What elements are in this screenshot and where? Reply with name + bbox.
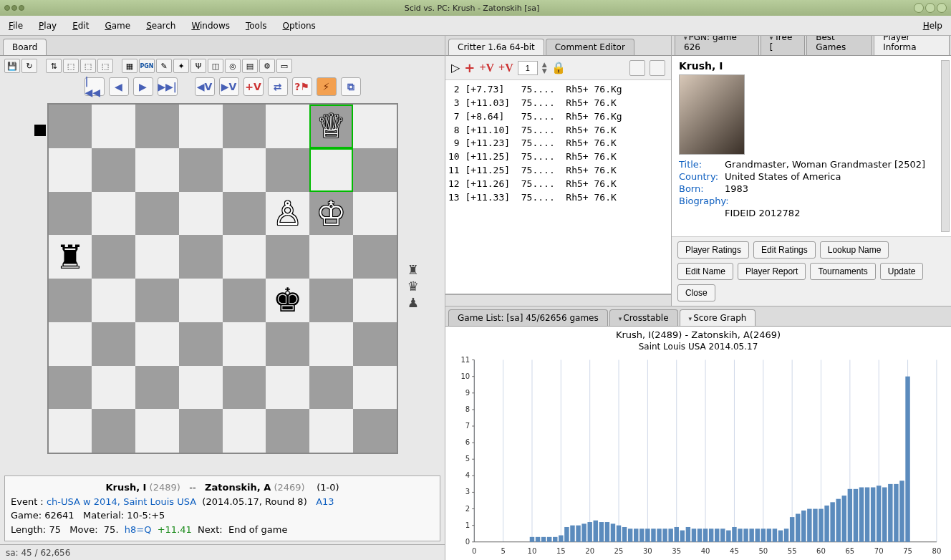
bar-53[interactable]: [778, 530, 783, 541]
square-h3[interactable]: [353, 322, 397, 366]
player-vscroll[interactable]: [941, 60, 950, 232]
square-h5[interactable]: [353, 235, 397, 279]
menu-search[interactable]: Search: [143, 19, 178, 32]
square-e8[interactable]: [223, 105, 266, 148]
eco-link[interactable]: A13: [316, 496, 334, 507]
bar-58[interactable]: [807, 508, 811, 541]
bar-71[interactable]: [882, 487, 887, 541]
bar-30[interactable]: [645, 528, 650, 541]
engine-icon[interactable]: ⚙: [259, 59, 275, 73]
db-icon[interactable]: ▦: [122, 59, 137, 73]
player-ratings-button[interactable]: Player Ratings: [677, 241, 749, 259]
nav-back[interactable]: ◀: [109, 77, 129, 96]
square-g1[interactable]: [309, 409, 353, 453]
square-b7[interactable]: [92, 148, 135, 192]
bar-16[interactable]: [564, 527, 569, 542]
engine-play-icon[interactable]: ▷: [451, 61, 460, 74]
square-d7[interactable]: [179, 148, 223, 192]
tab-best-games[interactable]: Best Games: [806, 36, 872, 55]
nav-var-fwd[interactable]: ▶V: [219, 77, 239, 96]
engine-add-pv-icon[interactable]: +V: [479, 62, 494, 74]
square-c4[interactable]: [135, 279, 179, 322]
square-h7[interactable]: [353, 148, 397, 192]
tab-crosstable[interactable]: Crosstable: [609, 309, 678, 326]
engine-line[interactable]: 12 [+11.26] 75.... Rh5+ 76.K: [448, 178, 668, 191]
menu-windows[interactable]: Windows: [188, 19, 233, 32]
bar-66[interactable]: [854, 488, 858, 541]
bar-54[interactable]: [784, 528, 788, 541]
square-g4[interactable]: [309, 279, 353, 322]
bar-26[interactable]: [622, 527, 627, 542]
fics-icon[interactable]: ▭: [276, 59, 292, 73]
engine-lock-icon[interactable]: 🔒: [551, 61, 566, 74]
notes-icon[interactable]: ✎: [156, 59, 172, 73]
nav-fwd[interactable]: ▶: [133, 77, 153, 96]
bar-29[interactable]: [639, 528, 644, 541]
square-c6[interactable]: [135, 192, 179, 236]
square-g8[interactable]: ♕: [309, 105, 353, 148]
window-menu-icon[interactable]: [4, 5, 24, 11]
engine-output[interactable]: 2 [+7.73] 75.... Rh5+ 76.Kg 3 [+11.03] 7…: [445, 80, 671, 294]
menu-edit[interactable]: Edit: [69, 19, 92, 32]
bar-59[interactable]: [813, 508, 817, 541]
tb-icon[interactable]: ◎: [225, 59, 241, 73]
bar-23[interactable]: [605, 522, 609, 542]
square-e4[interactable]: [223, 279, 266, 322]
square-c1[interactable]: [135, 409, 179, 453]
nav-engine[interactable]: ⚡: [317, 77, 337, 96]
engine-line[interactable]: 8 [+11.10] 75.... Rh5+ 76.K: [448, 124, 668, 137]
bar-69[interactable]: [871, 487, 875, 541]
tab-board[interactable]: Board: [3, 39, 47, 55]
graph-icon[interactable]: ◫: [208, 59, 223, 73]
menu-game[interactable]: Game: [102, 19, 133, 32]
square-b5[interactable]: [92, 235, 135, 279]
engine-notes-icon[interactable]: [629, 60, 645, 76]
engine-line[interactable]: 10 [+11.25] 75.... Rh5+ 76.K: [448, 150, 668, 164]
tab-tree[interactable]: Tree [: [761, 36, 805, 55]
engine-line[interactable]: 9 [+11.23] 75.... Rh5+ 76.K: [448, 137, 668, 150]
square-c5[interactable]: [135, 235, 179, 279]
square-b3[interactable]: [92, 322, 135, 366]
square-c7[interactable]: [135, 148, 179, 192]
close-button[interactable]: Close: [677, 284, 715, 301]
bar-21[interactable]: [594, 520, 598, 541]
bar-45[interactable]: [732, 527, 736, 542]
save-icon[interactable]: 💾: [4, 59, 20, 73]
var-in-icon[interactable]: ⬚: [63, 59, 79, 73]
square-f8[interactable]: [266, 105, 309, 148]
spin-down[interactable]: ▼: [542, 68, 547, 74]
bar-20[interactable]: [587, 522, 592, 542]
square-a1[interactable]: [49, 409, 92, 453]
var-exit-icon[interactable]: ⬚: [97, 59, 113, 73]
square-b4[interactable]: [92, 279, 135, 322]
pgn-icon[interactable]: PGN: [139, 59, 155, 73]
square-b6[interactable]: [92, 192, 135, 236]
engine-line[interactable]: 2 [+7.73] 75.... Rh5+ 76.Kg: [448, 83, 668, 97]
bar-63[interactable]: [836, 498, 840, 541]
tab-comment-editor[interactable]: Comment Editor: [546, 39, 634, 55]
flip-icon[interactable]: ⇅: [46, 59, 62, 73]
bar-28[interactable]: [634, 528, 638, 541]
nav-swap[interactable]: ⇄: [268, 77, 288, 96]
nav-copy[interactable]: ⧉: [341, 77, 361, 96]
square-a5[interactable]: ♜: [49, 235, 92, 279]
nav-var-add[interactable]: +V: [243, 77, 264, 96]
bar-60[interactable]: [819, 508, 823, 541]
bar-22[interactable]: [599, 522, 604, 542]
bar-50[interactable]: [761, 528, 766, 541]
engine-line[interactable]: 11 [+11.25] 75.... Rh5+ 76.K: [448, 164, 668, 178]
chess-board[interactable]: ♕♙♔♜♚: [47, 103, 398, 454]
nav-var-back[interactable]: ◀V: [195, 77, 215, 96]
nav-end[interactable]: ▶▶|: [158, 77, 178, 96]
square-f1[interactable]: [266, 409, 309, 453]
square-d6[interactable]: [179, 192, 223, 236]
nav-threat[interactable]: ?⚑: [292, 77, 312, 96]
bar-42[interactable]: [715, 528, 719, 541]
annotate-icon[interactable]: ✦: [173, 59, 189, 73]
lookup-name-button[interactable]: Lookup Name: [820, 241, 889, 259]
bar-38[interactable]: [692, 528, 696, 541]
square-a6[interactable]: [49, 192, 92, 236]
square-d5[interactable]: [179, 235, 223, 279]
bar-37[interactable]: [686, 527, 690, 542]
square-a4[interactable]: [49, 279, 92, 322]
